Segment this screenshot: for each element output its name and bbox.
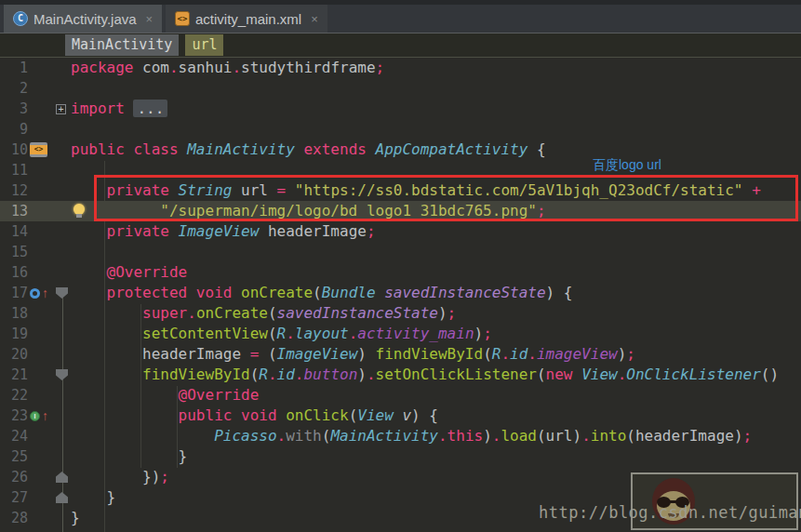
line-number: 2: [0, 78, 28, 99]
code-line[interactable]: 22 @Override: [0, 385, 801, 406]
line-number: 28: [0, 508, 28, 528]
breadcrumb: MainActivity url: [0, 33, 801, 58]
line-number: 15: [0, 242, 28, 262]
code-text: import ...: [71, 99, 167, 119]
code-text: protected void onCreate(Bundle savedInst…: [71, 283, 572, 303]
code-line[interactable]: 2: [0, 78, 801, 99]
android-xml-icon: <>: [175, 11, 190, 26]
code-text: public class MainActivity extends AppCom…: [71, 140, 546, 160]
code-text: }: [71, 508, 80, 528]
annotation-link[interactable]: 百度logo url: [593, 157, 661, 172]
line-number: 16: [0, 262, 28, 283]
java-class-icon: C: [13, 11, 28, 26]
line-number: 11: [0, 160, 28, 180]
watermark-url: http://blog.csdn.net/guiman: [539, 502, 801, 523]
code-line[interactable]: 24 Picasso.with(MainActivity.this).load(…: [0, 426, 801, 446]
line-number: 21: [0, 365, 28, 385]
code-line[interactable]: 3+import ...: [0, 99, 801, 119]
code-text: findViewById(R.id.button).setOnClickList…: [71, 365, 779, 385]
line-number: 24: [0, 426, 28, 446]
gutter: 15: [0, 242, 93, 262]
code-text: }: [71, 446, 187, 467]
gutter: 2: [0, 78, 93, 99]
line-number: 25: [0, 446, 28, 467]
line-number: 3: [0, 99, 28, 119]
code-text: @Override: [71, 385, 259, 406]
code-text: }: [71, 487, 115, 508]
line-number: 26: [0, 467, 28, 487]
line-number: 18: [0, 303, 28, 324]
tab-label: MainActivity.java: [33, 11, 137, 27]
highlight-red-box: [94, 175, 798, 221]
code-text: super.onCreate(savedInstanceState);: [71, 303, 456, 324]
fold-collapse-icon[interactable]: [56, 283, 68, 303]
code-text: Picasso.with(MainActivity.this).load(url…: [71, 426, 752, 446]
editor-tab-bar: C MainActivity.java × <> activity_main.x…: [0, 5, 801, 33]
code-line[interactable]: 14 private ImageView headerImage;: [0, 221, 801, 242]
code-text: headerImage = (ImageView) findViewById(R…: [71, 344, 635, 365]
code-line[interactable]: 15: [0, 242, 801, 262]
tab-label: activity_main.xml: [195, 11, 301, 27]
code-line[interactable]: 21 findViewById(R.id.button).setOnClickL…: [0, 365, 801, 385]
code-line[interactable]: 17↑ protected void onCreate(Bundle saved…: [0, 283, 801, 303]
line-number: 27: [0, 487, 28, 508]
code-text: public void onClick(View v) {: [71, 406, 438, 426]
code-line[interactable]: 25 }: [0, 446, 801, 467]
line-number: 12: [0, 180, 28, 201]
line-number: 22: [0, 385, 28, 406]
code-text: setContentView(R.layout.activity_main);: [71, 324, 492, 344]
code-line[interactable]: 1package com.sanhui.studythirdframe;: [0, 58, 801, 78]
tab-mainactivity-java[interactable]: C MainActivity.java ×: [4, 5, 162, 33]
code-line[interactable]: 19 setContentView(R.layout.activity_main…: [0, 324, 801, 344]
fold-end-icon[interactable]: [56, 467, 68, 487]
code-line[interactable]: 10<>public class MainActivity extends Ap…: [0, 140, 801, 160]
code-line[interactable]: 9: [0, 119, 801, 140]
code-line[interactable]: 20 headerImage = (ImageView) findViewByI…: [0, 344, 801, 365]
code-line[interactable]: 18 super.onCreate(savedInstanceState);: [0, 303, 801, 324]
overrides-method-icon[interactable]: ↑: [30, 283, 48, 303]
fold-expand-icon[interactable]: +: [56, 99, 66, 119]
ide-window: C MainActivity.java × <> activity_main.x…: [0, 0, 801, 532]
intention-lightbulb-icon[interactable]: [73, 204, 85, 215]
line-number: 14: [0, 221, 28, 242]
code-lines: 1package com.sanhui.studythirdframe;23+i…: [0, 58, 801, 528]
line-number: 17: [0, 283, 28, 303]
related-layout-file-icon[interactable]: <>: [30, 140, 47, 160]
code-editor[interactable]: 1package com.sanhui.studythirdframe;23+i…: [0, 58, 801, 532]
line-number: 13: [0, 201, 28, 221]
implements-method-icon[interactable]: I↑: [30, 406, 48, 426]
close-tab-icon[interactable]: ×: [311, 12, 318, 26]
code-text: package com.sanhui.studythirdframe;: [71, 58, 384, 78]
line-number: 19: [0, 324, 28, 344]
close-tab-icon[interactable]: ×: [146, 12, 154, 26]
gutter: 9: [0, 119, 93, 140]
line-number: 9: [0, 119, 28, 140]
line-number: 10: [0, 140, 28, 160]
line-number: 23: [0, 406, 28, 426]
tab-activity-main-xml[interactable]: <> activity_main.xml ×: [166, 5, 327, 33]
code-line[interactable]: 23I↑ public void onClick(View v) {: [0, 406, 801, 426]
code-text: });: [71, 467, 169, 487]
breadcrumb-field[interactable]: url: [185, 34, 223, 56]
fold-end-icon[interactable]: [56, 487, 68, 508]
fold-collapse-icon[interactable]: [56, 365, 68, 385]
line-number: 20: [0, 344, 28, 365]
code-text: @Override: [71, 262, 187, 283]
breadcrumb-class[interactable]: MainActivity: [65, 34, 179, 56]
code-text: private ImageView headerImage;: [71, 221, 376, 242]
line-number: 1: [0, 58, 28, 78]
code-line[interactable]: 16 @Override: [0, 262, 801, 283]
gutter: 11: [0, 160, 93, 180]
